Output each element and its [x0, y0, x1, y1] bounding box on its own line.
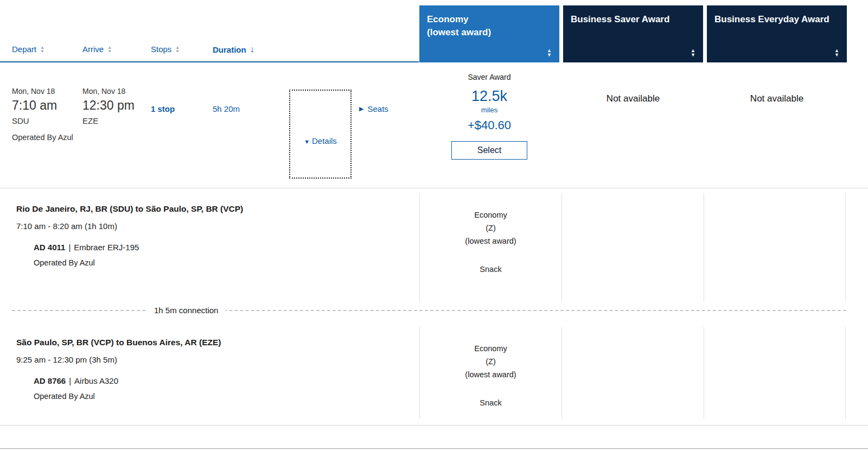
aircraft-type: Airbus A320 — [74, 376, 118, 385]
details-toggle-button[interactable]: ▼Details — [289, 90, 352, 179]
segment-route: Rio De Janeiro, RJ, BR (SDU) to São Paul… — [16, 204, 419, 214]
aircraft-type: Embraer ERJ-195 — [74, 243, 139, 252]
sort-header-label: Duration — [213, 45, 246, 54]
cash-copay-amount: +$40.60 — [419, 119, 559, 131]
business-saver-availability: Not available — [563, 93, 703, 104]
fare-header-label: Business Everyday Award — [714, 13, 839, 26]
depart-time: 7:10 am — [12, 98, 57, 113]
caret-down-icon: ▼ — [40, 49, 44, 53]
arrive-airport-code: EZE — [82, 116, 98, 125]
duration-value: 5h 20m — [213, 104, 240, 113]
fare-column-headers: Economy (lowest award) ▲ ▼ Business Save… — [419, 5, 847, 62]
segment-route: São Paulo, SP, BR (VCP) to Buenos Aires,… — [16, 338, 419, 347]
segment-times: 7:10 am - 8:20 am (1h 10m) — [16, 221, 419, 231]
sort-icon[interactable]: ▲ ▼ — [691, 48, 695, 57]
segment-row-1: Rio De Janeiro, RJ, BR (SDU) to São Paul… — [0, 193, 868, 302]
sort-header-arrive[interactable]: Arrive ▲ ▼ — [82, 45, 112, 54]
fare-header-sublabel: (lowest award) — [427, 26, 552, 39]
business-everyday-availability: Not available — [707, 93, 847, 104]
segment-operated-by: Operated By Azul — [34, 392, 419, 401]
sort-header-label: Arrive — [82, 45, 104, 54]
separator: | — [69, 376, 71, 385]
segment-info: São Paulo, SP, BR (VCP) to Buenos Aires,… — [0, 327, 419, 419]
sort-icon: ▲ ▼ — [40, 46, 44, 53]
next-row-divider — [0, 448, 868, 449]
segment-operated-by: Operated By Azul — [34, 258, 419, 267]
segment-economy-cabin-cell: Economy (Z) (lowest award) Snack — [419, 327, 561, 419]
segment-economy-cabin-cell: Economy (Z) (lowest award) Snack — [419, 193, 561, 302]
connection-duration-label: 1h 5m connection — [146, 306, 226, 315]
fare-header-business-everyday[interactable]: Business Everyday Award ▲ ▼ — [707, 5, 847, 62]
segment-flight-line: AD 4011|Embraer ERJ-195 — [34, 243, 419, 252]
segment-business-everyday-cell — [704, 193, 846, 302]
sort-header-stops[interactable]: Stops ▲ ▼ — [151, 45, 180, 54]
amenity: Snack — [420, 396, 561, 409]
miles-unit-label: miles — [419, 106, 559, 114]
cabin-award-type: (lowest award) — [420, 368, 561, 381]
sort-header-depart[interactable]: Depart ▲ ▼ — [12, 45, 44, 54]
segment-times: 9:25 am - 12:30 pm (3h 5m) — [16, 355, 419, 364]
caret-down-icon: ▼ — [175, 49, 180, 53]
fare-header-label: Economy — [427, 13, 552, 26]
cabin-name: Economy — [420, 342, 561, 355]
caret-down-icon: ▼ — [834, 53, 839, 57]
segment-business-everyday-cell — [704, 327, 846, 419]
sort-icon: ▲ ▼ — [175, 46, 180, 53]
caret-down-icon: ▼ — [691, 53, 695, 57]
separator: | — [68, 243, 71, 252]
cabin-booking-code: (Z) — [420, 221, 561, 234]
caret-down-icon: ▼ — [304, 138, 310, 145]
stops-value: 1 stop — [151, 104, 175, 113]
arrive-date: Mon, Nov 18 — [82, 87, 125, 96]
award-type-label: Saver Award — [419, 73, 559, 81]
segment-flight-line: AD 8766|Airbus A320 — [34, 376, 419, 385]
seats-label: Seats — [367, 104, 388, 113]
select-button[interactable]: Select — [451, 141, 527, 160]
fare-header-business-saver[interactable]: Business Saver Award ▲ ▼ — [563, 5, 703, 62]
connection-divider — [12, 310, 846, 311]
details-label: Details — [312, 136, 337, 145]
caret-down-icon: ▼ — [547, 53, 552, 57]
header-underline — [0, 61, 419, 62]
award-search-results-page: Economy (lowest award) ▲ ▼ Business Save… — [0, 0, 868, 450]
segment-row-2: São Paulo, SP, BR (VCP) to Buenos Aires,… — [0, 327, 868, 419]
seats-button[interactable]: ▶ Seats — [359, 104, 388, 113]
depart-airport-code: SDU — [12, 116, 29, 125]
fare-header-economy[interactable]: Economy (lowest award) ▲ ▼ — [419, 5, 559, 62]
caret-right-icon: ▶ — [359, 105, 363, 112]
segment-business-saver-cell — [561, 193, 704, 302]
cabin-booking-code: (Z) — [420, 355, 561, 368]
amenity: Snack — [420, 263, 561, 276]
cabin-award-type: (lowest award) — [420, 234, 561, 248]
segment-business-saver-cell — [561, 327, 704, 419]
arrive-time: 12:30 pm — [82, 98, 135, 113]
flight-number: AD 8766 — [34, 376, 66, 385]
sort-icon[interactable]: ▲ ▼ — [547, 48, 552, 57]
fare-header-label: Business Saver Award — [571, 13, 695, 26]
flight-number: AD 4011 — [34, 243, 65, 252]
flight-details-panel: Rio De Janeiro, RJ, BR (SDU) to São Paul… — [0, 188, 868, 426]
sort-icon: ▲ ▼ — [107, 46, 112, 53]
connection-row: 1h 5m connection — [0, 302, 868, 318]
caret-down-icon: ▼ — [107, 49, 112, 53]
miles-amount: 12.5k — [419, 89, 559, 104]
sort-header-label: Depart — [12, 45, 36, 54]
operated-by: Operated By Azul — [12, 133, 73, 142]
sort-header-label: Stops — [151, 45, 171, 54]
sort-icon[interactable]: ▲ ▼ — [834, 48, 839, 57]
cabin-name: Economy — [420, 208, 561, 221]
economy-fare-cell: Saver Award 12.5k miles +$40.60 Select — [419, 69, 559, 160]
segment-info: Rio De Janeiro, RJ, BR (SDU) to São Paul… — [0, 193, 419, 302]
sort-header-duration[interactable]: Duration ↓ — [213, 45, 254, 54]
sort-descending-icon: ↓ — [250, 45, 254, 54]
depart-date: Mon, Nov 18 — [12, 87, 55, 96]
